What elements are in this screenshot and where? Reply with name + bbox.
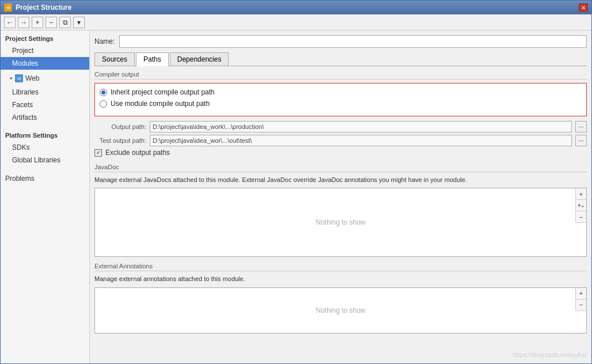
external-annotations-section: External Annotations Manage external ann… [94,263,587,333]
project-settings-title: Project Settings [1,31,89,44]
sidebar-item-libraries[interactable]: Libraries [1,86,89,98]
sidebar-item-global-libraries[interactable]: Global Libraries [1,154,89,166]
name-row: Name: [94,35,587,48]
sidebar-item-modules[interactable]: Modules [1,57,89,70]
external-annotations-buttons: + − [575,288,586,311]
javadoc-remove-btn[interactable]: − [576,211,586,223]
sidebar-problems[interactable]: Problems [1,170,89,185]
javadoc-section: JavaDoc Manage external JavaDocs attache… [94,164,587,257]
tree-arrow: ▾ [10,75,13,81]
compiler-output-box: Inherit project compile output path Use … [94,83,587,116]
output-path-label: Output path: [94,123,146,130]
module-label: Web [25,74,39,82]
javadoc-buttons: + +₊ − [575,188,586,223]
exclude-checkbox-row[interactable]: ✓ Exclude output paths [94,149,587,157]
exclude-checkbox[interactable]: ✓ [94,149,102,157]
use-module-radio-row[interactable]: Use module compile output path [100,100,582,108]
javadoc-title: JavaDoc [94,164,587,172]
sidebar: Project Settings Project Modules ▾ W Web… [1,31,90,363]
test-output-label: Test output path: [94,137,146,144]
tab-paths[interactable]: Paths [136,52,169,66]
main-content: Project Settings Project Modules ▾ W Web… [1,31,591,363]
add-button[interactable]: + [32,17,43,28]
use-module-radio[interactable] [100,100,107,108]
javadoc-add-btn[interactable]: + [576,188,586,200]
watermark: https://blog.csdn.net/pyfrsi [513,351,586,358]
name-label: Name: [94,37,115,46]
name-input[interactable] [119,35,587,48]
module-icon: W [15,74,23,82]
exclude-label: Exclude output paths [105,149,170,157]
project-structure-window: ☆ Project Structure ✕ ← → + − ⧉ ▾ Projec… [0,0,592,364]
external-annotations-list: Nothing to show + − [94,287,587,333]
test-output-browse[interactable]: ⋯ [575,135,587,146]
external-annotations-title: External Annotations [94,263,587,271]
dropdown-button[interactable]: ▾ [73,17,85,28]
output-path-browse[interactable]: ⋯ [575,121,587,132]
ext-ann-remove-btn[interactable]: − [576,299,586,311]
sidebar-item-facets[interactable]: Facets [1,98,89,111]
javadoc-empty-text: Nothing to show [316,218,365,226]
titlebar: ☆ Project Structure ✕ [1,1,591,14]
window-icon: ☆ [4,3,12,12]
sidebar-item-artifacts[interactable]: Artifacts [1,111,89,124]
javadoc-list: Nothing to show + +₊ − [94,188,587,257]
compiler-output-title: Compiler output [94,71,587,79]
tabs: Sources Paths Dependencies [94,52,587,66]
inherit-radio-row[interactable]: Inherit project compile output path [100,88,582,96]
sidebar-item-project[interactable]: Project [1,44,89,57]
content-area: Name: Sources Paths Dependencies Compile… [90,31,591,363]
toolbar: ← → + − ⧉ ▾ [1,14,591,31]
external-annotations-empty-text: Nothing to show [316,306,365,314]
output-path-input[interactable] [150,121,572,132]
inherit-radio[interactable] [100,89,107,96]
test-output-path-row: Test output path: ⋯ [94,135,587,146]
copy-button[interactable]: ⧉ [59,17,71,28]
tab-dependencies[interactable]: Dependencies [170,52,229,66]
javadoc-desc: Manage external JavaDocs attached to thi… [94,176,587,184]
use-module-label: Use module compile output path [111,100,210,108]
ext-ann-add-btn[interactable]: + [576,288,586,299]
compiler-output-section: Compiler output Inherit project compile … [94,71,587,157]
close-button[interactable]: ✕ [579,3,588,12]
remove-button[interactable]: − [45,17,57,28]
test-output-input[interactable] [150,135,572,146]
inherit-label: Inherit project compile output path [111,88,215,96]
output-path-row: Output path: ⋯ [94,121,587,132]
back-button[interactable]: ← [4,17,16,28]
sidebar-item-sdks[interactable]: SDKs [1,141,89,154]
module-tree-item[interactable]: ▾ W Web [5,72,89,85]
window-title: Project Structure [16,3,71,12]
platform-settings-title: Platform Settings [1,127,89,141]
external-annotations-desc: Manage external annotations attached to … [94,275,587,283]
javadoc-add-from-btn[interactable]: +₊ [576,200,586,211]
tab-sources[interactable]: Sources [94,52,135,66]
forward-button[interactable]: → [18,17,29,28]
titlebar-left: ☆ Project Structure [4,3,71,12]
